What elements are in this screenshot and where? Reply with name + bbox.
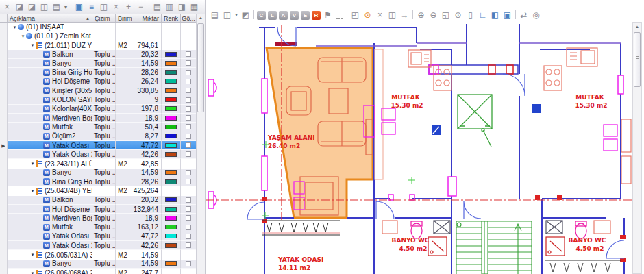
flag-button[interactable]: ⚑ bbox=[322, 9, 334, 21]
tree-scrollbar-thumb[interactable] bbox=[197, 23, 204, 112]
expand-arrow-icon[interactable]: ▾ bbox=[29, 161, 36, 166]
color-swatch[interactable] bbox=[165, 216, 177, 221]
add-node-button[interactable]: ◪ bbox=[14, 1, 25, 13]
visibility-checkbox[interactable] bbox=[186, 215, 191, 221]
column-header-a-klama[interactable]: Açıklama▲ bbox=[8, 14, 92, 22]
color-swatch[interactable] bbox=[165, 197, 177, 202]
color-swatch[interactable] bbox=[165, 88, 177, 93]
expand-arrow-icon[interactable]: ▾ bbox=[29, 252, 36, 258]
tree-row[interactable]: MHol DöşemeToplu ...26,24 bbox=[0, 77, 205, 86]
duplicate-button[interactable]: ◫ bbox=[386, 9, 398, 21]
color-swatch[interactable] bbox=[165, 134, 177, 138]
column-header-birim[interactable]: Birim bbox=[116, 14, 134, 22]
zoom-out-button[interactable]: ⊖ bbox=[428, 9, 439, 21]
column-header--izim[interactable]: Çizim bbox=[92, 14, 116, 22]
visibility-checkbox[interactable] bbox=[186, 151, 191, 157]
visibility-checkbox[interactable] bbox=[186, 70, 191, 75]
copy2-button[interactable]: ◨ bbox=[176, 1, 188, 13]
expand-arrow-icon[interactable]: ▾ bbox=[29, 271, 36, 274]
color-swatch[interactable] bbox=[165, 261, 177, 266]
tree-row[interactable]: ▾(01) İNŞAAT bbox=[0, 23, 205, 32]
color-swatch[interactable] bbox=[165, 179, 177, 184]
column-header-g-[interactable]: Gö... bbox=[181, 14, 197, 22]
measurement-button[interactable]: ◫ bbox=[38, 1, 50, 13]
visibility-checkbox[interactable] bbox=[186, 234, 191, 239]
visibility-checkbox[interactable] bbox=[186, 261, 191, 266]
tree-row[interactable]: ▶MYatak OdasıToplu ...47,72 bbox=[0, 141, 205, 150]
visibility-checkbox[interactable] bbox=[186, 115, 191, 121]
tree-row[interactable]: MÖlçüm2Toplu ...8,27 bbox=[0, 132, 205, 141]
layers-button[interactable]: ◩ bbox=[240, 9, 251, 21]
refresh-button[interactable]: ⇄ bbox=[518, 9, 530, 21]
tree-row[interactable]: ▾(23.243/11) ALÜM...M242,85 bbox=[0, 159, 205, 168]
layer-r-button[interactable]: R bbox=[312, 11, 321, 20]
layer-a-button[interactable]: A bbox=[279, 11, 288, 20]
tree-row[interactable]: ▾(25.043/4B) YENİ ...M2425,264 bbox=[0, 186, 205, 195]
tree-row[interactable]: MKolonlar(40X60)Toplu ...197,8 bbox=[0, 105, 205, 114]
visibility-checkbox[interactable] bbox=[186, 142, 191, 148]
add-subnode-button[interactable]: ◪ bbox=[26, 1, 38, 13]
tree-row[interactable]: MBanyoToplu ...14,59 bbox=[0, 260, 205, 269]
visibility-checkbox[interactable] bbox=[186, 170, 191, 175]
expand-arrow-icon[interactable]: ▾ bbox=[12, 25, 18, 30]
layer-c-button[interactable]: C bbox=[257, 11, 266, 20]
zoom-fit-button[interactable]: ◱ bbox=[440, 9, 451, 21]
layer-e-button[interactable]: E bbox=[301, 11, 310, 20]
frame-button[interactable]: ▣ bbox=[73, 1, 85, 13]
color-swatch[interactable] bbox=[165, 234, 177, 238]
layer-l-button[interactable]: L bbox=[268, 11, 277, 20]
delete-button[interactable]: × bbox=[1, 1, 13, 13]
tree-row[interactable]: MMerdiven BoşluğuToplu ...18,9 bbox=[0, 114, 205, 123]
column-header-miktar[interactable]: Miktar bbox=[134, 14, 162, 22]
tree-row[interactable]: MYatak OdasıToplu ...47,72 bbox=[0, 232, 205, 241]
tree-row[interactable]: MMutfakToplu ...163,12 bbox=[0, 223, 205, 232]
tree-row[interactable]: MMerdiven BoşluğuToplu ...18,9 bbox=[0, 214, 205, 223]
visibility-checkbox[interactable] bbox=[186, 134, 191, 139]
tree-row[interactable]: MBanyoToplu ...14,59 bbox=[0, 59, 205, 68]
color-swatch[interactable] bbox=[165, 207, 177, 212]
color-swatch[interactable] bbox=[165, 143, 177, 148]
print-button[interactable]: ▤ bbox=[209, 9, 221, 21]
color-swatch[interactable] bbox=[165, 97, 177, 102]
visibility-checkbox[interactable] bbox=[186, 79, 191, 84]
copy-region-button[interactable]: ◧ bbox=[489, 9, 501, 21]
visibility-checkbox[interactable] bbox=[186, 124, 191, 129]
visibility-checkbox[interactable] bbox=[186, 179, 191, 184]
tree-row[interactable]: MMutfakToplu ...50,4 bbox=[0, 123, 205, 132]
tree-row[interactable]: MYatak Odası 2Toplu ...42,26 bbox=[0, 241, 205, 250]
expand-arrow-icon[interactable]: ▾ bbox=[20, 34, 26, 39]
measure-button[interactable]: ∟ bbox=[477, 9, 488, 21]
scroll-up-icon[interactable]: ▲ bbox=[633, 23, 641, 31]
color-swatch[interactable] bbox=[165, 225, 177, 229]
subtract-button[interactable]: − bbox=[135, 1, 147, 13]
color-swatch[interactable] bbox=[165, 79, 177, 84]
tree-row[interactable]: ▾(26.005/031A) 33...M214,59 bbox=[0, 250, 205, 259]
marquee-button[interactable] bbox=[336, 12, 343, 19]
list-button[interactable]: ≡ bbox=[86, 1, 97, 13]
tree-row[interactable]: ▾(01.01 ) Zemin Kat bbox=[0, 32, 205, 40]
preview-button[interactable]: ◎ bbox=[530, 9, 542, 21]
column-header-renk[interactable]: Renk bbox=[162, 14, 181, 22]
report-button[interactable]: ▤ bbox=[51, 1, 62, 13]
color-swatch[interactable] bbox=[165, 243, 177, 248]
page-button[interactable]: ▯ bbox=[465, 9, 476, 21]
pick-button[interactable]: ◰ bbox=[349, 9, 361, 21]
print-button[interactable]: ▤ bbox=[151, 1, 163, 13]
canvas-scrollbar-thumb[interactable] bbox=[634, 32, 641, 87]
tree-scrollbar[interactable]: ▲ bbox=[196, 14, 205, 274]
visibility-checkbox[interactable] bbox=[186, 97, 191, 103]
find-button[interactable]: ⊙ bbox=[362, 9, 373, 21]
tree-row[interactable]: MHol DöşemeToplu ...132,944 bbox=[0, 205, 205, 214]
visibility-checkbox[interactable] bbox=[186, 60, 191, 66]
visibility-checkbox[interactable] bbox=[186, 106, 191, 112]
visibility-checkbox[interactable] bbox=[186, 197, 191, 203]
copy-dropdown[interactable]: ▾ bbox=[234, 9, 239, 21]
tree-row[interactable]: ▾(21.011) DÜZ YÜZ...M2794,61 bbox=[0, 41, 205, 50]
close-button[interactable]: × bbox=[374, 9, 386, 21]
scroll-up-icon[interactable]: ▲ bbox=[197, 14, 205, 22]
expand-arrow-icon[interactable]: ▾ bbox=[29, 42, 36, 48]
remove-button[interactable]: × bbox=[110, 1, 122, 13]
visibility-checkbox[interactable] bbox=[186, 51, 191, 57]
copy-button[interactable]: ◫ bbox=[98, 1, 110, 13]
add-button[interactable]: + bbox=[123, 1, 134, 13]
